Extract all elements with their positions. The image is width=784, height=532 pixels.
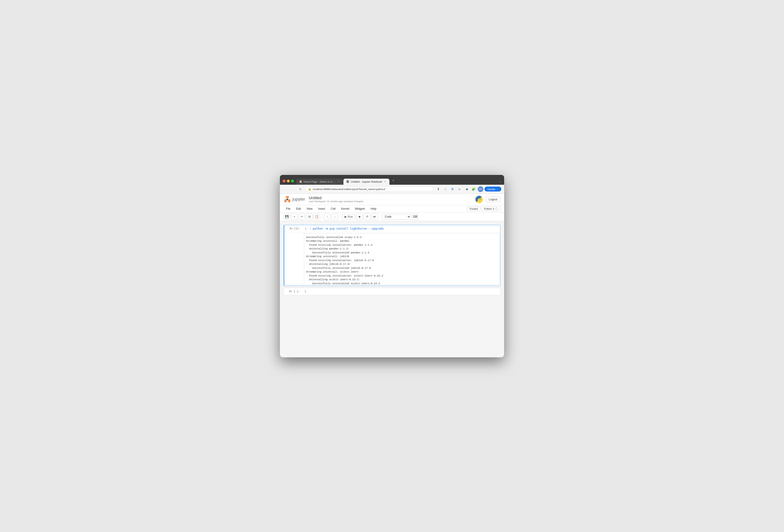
extension-infinity-icon: ∞ [458, 187, 460, 191]
toolbar: 💾 + ✂ ⧉ 📋 ↑ ↓ ▶ Run ■ ↺ ⏭ Code Markdown … [280, 213, 504, 221]
stop-button[interactable]: ■ [356, 214, 363, 220]
menu-help[interactable]: Help [368, 206, 379, 212]
close-button[interactable] [283, 179, 285, 183]
refresh-button[interactable]: ↻ [298, 186, 303, 192]
python-logo-svg [477, 197, 481, 202]
menu-cell[interactable]: Cell [329, 206, 338, 212]
profile-avatar: CO [478, 186, 483, 192]
run-icon: ▶ [344, 215, 347, 218]
add-tab-button[interactable]: + [390, 177, 396, 184]
traffic-lights [283, 179, 294, 185]
url-text: localhost:8888/notebooks/Untitled.ipynb?… [313, 188, 430, 191]
header-right: Logout [475, 196, 500, 203]
extensions-icon: 🧩 [472, 187, 475, 191]
jupyter-logo-svg [284, 196, 291, 203]
url-bar[interactable]: 🔒 localhost:8888/notebooks/Untitled.ipyn… [305, 186, 433, 192]
run-button[interactable]: ▶ Run [342, 214, 355, 220]
cell-2-input: In [ ]: 1 [284, 288, 500, 295]
tab-home-label: Home Page - Select or create [304, 180, 335, 183]
jupyter-header: jupyter Untitled Last Checkpoint: 12 min… [280, 194, 504, 205]
save-button[interactable]: 💾 [284, 214, 290, 220]
notebook-title-area: Untitled Last Checkpoint: 12 minutes ago… [309, 196, 364, 203]
extension-s-button[interactable]: S [449, 186, 455, 192]
extension-back-button[interactable]: ◀ [464, 186, 470, 192]
update-label: Update [487, 188, 496, 191]
python-icon [475, 196, 483, 203]
menu-view[interactable]: View [304, 206, 315, 212]
minimize-button[interactable] [287, 179, 290, 183]
cell-1-code-text: python -m pip install lightkurve --upgra… [313, 227, 384, 230]
tab-jupyter-label: Untitled - Jupyter Notebook [351, 180, 382, 183]
restart-button[interactable]: ↺ [364, 214, 370, 220]
notebook-checkpoint: Last Checkpoint: 12 minutes ago (unsaved… [309, 200, 364, 203]
profile-button[interactable]: CO [477, 186, 483, 192]
toolbar-separator-3 [380, 215, 380, 219]
cell-1-line-number: 1 [305, 227, 307, 230]
maximize-button[interactable] [291, 179, 294, 183]
cell-1-input: In [1]: 1 ! python -m pip install lightk… [284, 225, 500, 232]
tab-jupyter-close[interactable]: ✕ [383, 180, 387, 183]
lock-icon: 🔒 [308, 188, 311, 191]
jupyter-logo: jupyter [284, 196, 305, 203]
extension-back-icon: ◀ [465, 187, 468, 191]
jupyter-container: jupyter Untitled Last Checkpoint: 12 min… [280, 194, 504, 357]
tab-home-favicon: 🏠 [299, 180, 302, 183]
fast-forward-button[interactable]: ⏭ [371, 214, 378, 220]
menu-edit[interactable]: Edit [293, 206, 303, 212]
svg-point-1 [284, 199, 287, 202]
cell-1-output: Successfully uninstalled scipy-1.5.2 Att… [284, 232, 500, 286]
kernel-status-circle [496, 207, 498, 210]
update-button[interactable]: Update ⌄ [484, 187, 501, 192]
forward-button[interactable]: → [290, 186, 296, 192]
tab-home[interactable]: 🏠 Home Page - Select or create ✕ [296, 179, 343, 185]
cell-1[interactable]: In [1]: 1 ! python -m pip install lightk… [284, 225, 500, 286]
update-chevron-icon: ⌄ [497, 188, 499, 191]
run-label: Run [347, 215, 353, 218]
back-button[interactable]: ← [283, 186, 288, 192]
cut-cell-button[interactable]: ✂ [299, 214, 305, 220]
cell-1-output-prompt [284, 232, 303, 236]
trusted-button[interactable]: Trusted [467, 206, 480, 211]
cell-1-code[interactable]: ! python -m pip install lightkurve --upg… [309, 227, 384, 230]
download-button[interactable]: ⬇ [436, 186, 442, 192]
toolbar-separator-1 [322, 215, 322, 219]
cell-2-line-number: 1 [304, 290, 306, 293]
move-down-button[interactable]: ↓ [332, 214, 338, 220]
keyboard-button[interactable]: ⌨ [412, 214, 418, 220]
browser-window: 🏠 Home Page - Select or create ✕ 📓 Untit… [280, 175, 504, 357]
tab-home-close[interactable]: ✕ [337, 180, 340, 183]
tab-jupyter-favicon: 📓 [346, 180, 349, 183]
logout-button[interactable]: Logout [486, 197, 500, 202]
browser-actions: ⬇ ☆ S ∞ ◀ 🧩 CO Update [436, 186, 501, 192]
move-up-button[interactable]: ↑ [324, 214, 331, 220]
extension-s-icon: S [451, 187, 453, 191]
kernel-badge: Python 3 [481, 206, 500, 211]
star-icon: ☆ [444, 187, 447, 191]
add-cell-button[interactable]: + [291, 214, 298, 220]
cell-type-select[interactable]: Code Markdown Raw NBConvert [382, 214, 411, 220]
cell-2[interactable]: In [ ]: 1 [284, 288, 500, 295]
jupyter-logo-text: jupyter [292, 197, 305, 202]
extension-infinity-button[interactable]: ∞ [456, 186, 463, 192]
extensions-button[interactable]: 🧩 [471, 186, 477, 192]
bookmark-button[interactable]: ☆ [443, 186, 449, 192]
tab-expand-button[interactable]: ⌄ [499, 179, 501, 185]
notebook-content: In [1]: 1 ! python -m pip install lightk… [280, 221, 504, 301]
paste-cell-button[interactable]: 📋 [313, 214, 320, 220]
menu-widgets[interactable]: Widgets [353, 206, 367, 212]
copy-cell-button[interactable]: ⧉ [306, 214, 313, 220]
menu-file[interactable]: File [284, 206, 293, 212]
svg-point-3 [286, 198, 288, 200]
menu-kernel[interactable]: Kernel [339, 206, 352, 212]
cell-1-prompt: In [1]: [284, 225, 303, 232]
title-bar: 🏠 Home Page - Select or create ✕ 📓 Untit… [280, 175, 504, 185]
cell-2-code[interactable] [309, 290, 310, 293]
svg-point-0 [286, 196, 289, 198]
tab-jupyter[interactable]: 📓 Untitled - Jupyter Notebook ✕ [343, 179, 389, 185]
menu-insert[interactable]: Insert [316, 206, 328, 212]
cell-2-prompt: In [ ]: [284, 288, 303, 295]
address-bar: ← → ↻ 🔒 localhost:8888/notebooks/Untitle… [280, 185, 504, 194]
cell-1-output-area: Successfully uninstalled scipy-1.5.2 Att… [284, 232, 500, 286]
menu-bar: File Edit View Insert Cell Kernel Widget… [280, 205, 504, 213]
notebook-name[interactable]: Untitled [309, 196, 364, 200]
